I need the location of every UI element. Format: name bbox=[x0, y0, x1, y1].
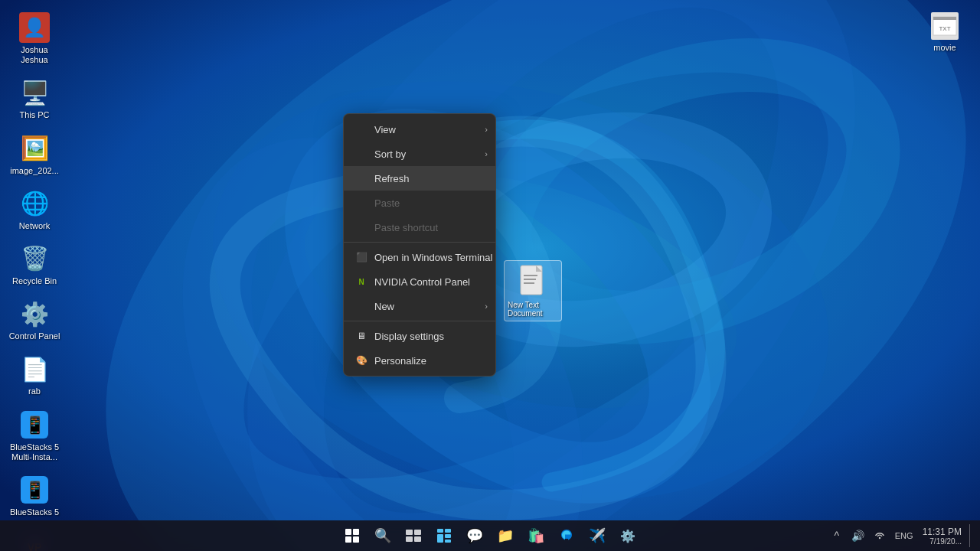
store-button[interactable]: 🛍️ bbox=[522, 522, 550, 549]
joshua-icon: 👤 bbox=[19, 12, 50, 43]
movie-icon: TXT bbox=[931, 12, 959, 43]
svg-rect-30 bbox=[353, 529, 359, 535]
rab-label: rab bbox=[28, 386, 41, 396]
thispc-label: This PC bbox=[19, 110, 49, 120]
tray-speaker[interactable]: 🔊 bbox=[849, 527, 867, 545]
sortby-icon bbox=[354, 147, 368, 161]
taskbar-right: ^ 🔊 ENG 11:31 PM 7/19/20... bbox=[828, 524, 980, 547]
nvidia-icon: N bbox=[354, 275, 368, 289]
telegram-button[interactable]: ✈️ bbox=[583, 522, 611, 549]
chat-button[interactable]: 💬 bbox=[461, 522, 488, 549]
recycle-label: Recycle Bin bbox=[12, 276, 57, 286]
terminal-icon: ⬛ bbox=[354, 250, 368, 264]
desktop-icon-rab[interactable]: 📄 rab bbox=[4, 349, 65, 401]
rab-icon: 📄 bbox=[19, 354, 50, 384]
taskview-icon bbox=[406, 530, 421, 542]
context-menu-refresh[interactable]: Refresh bbox=[344, 166, 495, 191]
controlpanel-icon: ⚙️ bbox=[19, 298, 50, 329]
start-button[interactable] bbox=[338, 522, 366, 549]
view-label: View bbox=[374, 124, 396, 135]
desktop-icons-column: 👤 Joshua Jeshua 🖥️ This PC 🖼️ image_202.… bbox=[0, 0, 69, 551]
view-icon bbox=[354, 122, 368, 136]
show-desktop-button[interactable] bbox=[969, 524, 974, 547]
context-menu-sortby[interactable]: Sort by › bbox=[344, 142, 495, 166]
display-icon: 🖥 bbox=[354, 329, 368, 343]
svg-rect-38 bbox=[445, 529, 451, 533]
language-indicator[interactable]: ENG bbox=[893, 531, 915, 540]
extra-app-button[interactable]: ⚙️ bbox=[614, 522, 642, 549]
paste-icon bbox=[354, 196, 368, 210]
new-text-document-icon[interactable]: New Text Document bbox=[504, 260, 562, 321]
display-label: Display settings bbox=[374, 331, 444, 342]
new-text-doc-icon bbox=[519, 264, 547, 301]
network-icon-img: 🌐 bbox=[19, 188, 50, 219]
desktop-icon-thispc[interactable]: 🖥️ This PC bbox=[4, 73, 65, 125]
svg-rect-34 bbox=[414, 530, 421, 535]
bluestacks-icon: 📱 bbox=[19, 474, 50, 505]
desktop-icon-movie[interactable]: TXT movie bbox=[917, 8, 972, 57]
view-arrow: › bbox=[485, 125, 488, 134]
widgets-button[interactable] bbox=[430, 522, 458, 549]
svg-rect-28 bbox=[524, 282, 534, 284]
clock-date: 7/19/20... bbox=[929, 537, 962, 546]
svg-point-42 bbox=[879, 537, 880, 539]
system-tray: ^ 🔊 bbox=[828, 527, 889, 545]
network-tray-icon bbox=[874, 530, 885, 541]
desktop-icon-bluestacks-multi[interactable]: 📱 BlueStacks 5 Multi-Insta... bbox=[4, 405, 65, 467]
network-label: Network bbox=[19, 221, 50, 231]
svg-rect-32 bbox=[353, 536, 359, 543]
svg-rect-41 bbox=[445, 540, 451, 543]
tray-network[interactable] bbox=[871, 527, 889, 545]
start-icon bbox=[345, 529, 359, 543]
nvidia-label: NVIDIA Control Panel bbox=[374, 276, 470, 288]
personalize-label: Personalize bbox=[374, 355, 426, 367]
clock[interactable]: 11:31 PM 7/19/20... bbox=[920, 527, 965, 546]
desktop-icon-controlpanel[interactable]: ⚙️ Control Panel bbox=[4, 294, 65, 346]
movie-label: movie bbox=[933, 43, 956, 52]
svg-rect-37 bbox=[437, 529, 443, 533]
context-menu-display[interactable]: 🖥 Display settings bbox=[344, 324, 495, 348]
new-label: New bbox=[374, 301, 394, 312]
context-menu-nvidia[interactable]: N NVIDIA Control Panel bbox=[344, 269, 495, 294]
svg-rect-36 bbox=[414, 536, 421, 542]
widgets-icon bbox=[437, 529, 451, 543]
paste-shortcut-label: Paste shortcut bbox=[374, 222, 438, 233]
desktop-icon-bluestacks[interactable]: 📱 BlueStacks 5 bbox=[4, 470, 65, 522]
desktop-icon-joshua[interactable]: 👤 Joshua Jeshua bbox=[4, 8, 65, 70]
svg-rect-26 bbox=[524, 275, 537, 276]
context-menu-view[interactable]: View › bbox=[344, 117, 495, 142]
refresh-label: Refresh bbox=[374, 173, 410, 184]
bluestacks-label: BlueStacks 5 bbox=[10, 507, 59, 517]
personalize-icon: 🎨 bbox=[354, 354, 368, 367]
clock-time: 11:31 PM bbox=[923, 527, 962, 537]
svg-rect-22 bbox=[933, 17, 956, 20]
refresh-icon bbox=[354, 171, 368, 185]
context-menu-paste[interactable]: Paste bbox=[344, 191, 495, 215]
svg-text:📱: 📱 bbox=[24, 415, 46, 435]
svg-text:TXT: TXT bbox=[939, 25, 950, 32]
controlpanel-label: Control Panel bbox=[9, 331, 60, 341]
svg-rect-29 bbox=[345, 529, 351, 535]
file-explorer-button[interactable]: 📁 bbox=[492, 522, 519, 549]
svg-rect-35 bbox=[406, 536, 413, 542]
edge-button[interactable] bbox=[553, 522, 580, 549]
desktop-icon-image202[interactable]: 🖼️ image_202... bbox=[4, 129, 65, 181]
search-button[interactable]: 🔍 bbox=[369, 522, 397, 549]
taskbar-center: 🔍 💬 bbox=[338, 522, 642, 549]
bluestacks-multi-label: BlueStacks 5 Multi-Insta... bbox=[7, 442, 62, 462]
context-menu: View › Sort by › Refresh Paste Paste sho… bbox=[343, 113, 496, 377]
paste-label: Paste bbox=[374, 197, 400, 209]
context-menu-terminal[interactable]: ⬛ Open in Windows Terminal bbox=[344, 245, 495, 269]
context-menu-paste-shortcut[interactable]: Paste shortcut bbox=[344, 215, 495, 240]
desktop-icon-recycle[interactable]: 🗑️ Recycle Bin bbox=[4, 239, 65, 291]
new-icon bbox=[354, 299, 368, 313]
desktop-icon-network[interactable]: 🌐 Network bbox=[4, 184, 65, 236]
taskview-button[interactable] bbox=[400, 522, 427, 549]
svg-text:📱: 📱 bbox=[24, 480, 46, 500]
tray-chevron[interactable]: ^ bbox=[828, 527, 846, 545]
image202-label: image_202... bbox=[10, 166, 59, 176]
context-menu-new[interactable]: New › bbox=[344, 294, 495, 318]
context-menu-personalize[interactable]: 🎨 Personalize bbox=[344, 348, 495, 373]
new-text-doc-label: New Text Document bbox=[508, 301, 558, 318]
recycle-icon-img: 🗑️ bbox=[19, 243, 50, 274]
